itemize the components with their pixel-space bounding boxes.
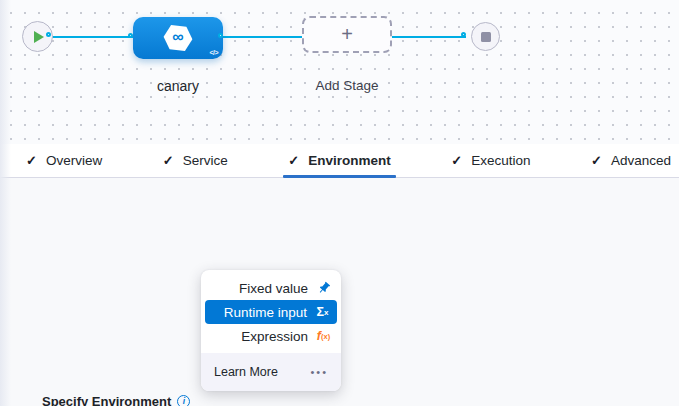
menu-item-label: Fixed value bbox=[239, 281, 308, 296]
menu-item-expression[interactable]: Expression f(x) bbox=[201, 324, 341, 348]
connector-port bbox=[461, 32, 466, 37]
connector-line bbox=[391, 36, 466, 38]
check-icon: ✓ bbox=[591, 153, 602, 168]
info-icon[interactable]: i bbox=[177, 395, 190, 406]
menu-item-label: Runtime input bbox=[224, 305, 307, 320]
add-stage-button[interactable]: + bbox=[302, 16, 392, 53]
pipeline-end-node[interactable] bbox=[471, 22, 500, 51]
add-stage-label: Add Stage bbox=[295, 78, 399, 93]
code-icon: </> bbox=[209, 49, 218, 56]
infinity-icon: ∞ bbox=[172, 29, 183, 45]
dropdown-footer: Learn More ••• bbox=[201, 353, 341, 391]
learn-more-link[interactable]: Learn More bbox=[214, 365, 278, 379]
pipeline-canvas: ∞ </> + canary Add Stage bbox=[0, 0, 679, 144]
check-icon: ✓ bbox=[288, 153, 299, 168]
deployment-hexagon-icon: ∞ bbox=[163, 25, 193, 52]
tab-label: Service bbox=[183, 153, 228, 168]
stage-node-canary[interactable]: ∞ </> bbox=[133, 17, 223, 59]
tab-label: Execution bbox=[471, 153, 530, 168]
tab-advanced[interactable]: ✓ Advanced bbox=[586, 144, 676, 177]
check-icon: ✓ bbox=[451, 153, 462, 168]
specify-environment-label-row: Specify Environment i bbox=[42, 394, 190, 406]
play-icon bbox=[34, 31, 44, 43]
tab-label: Overview bbox=[46, 153, 102, 168]
tab-label: Advanced bbox=[611, 153, 671, 168]
plus-icon: + bbox=[341, 24, 353, 44]
pin-icon bbox=[315, 281, 332, 295]
connector-port bbox=[218, 33, 223, 38]
check-icon: ✓ bbox=[26, 153, 37, 168]
menu-item-label: Expression bbox=[241, 329, 308, 344]
stage-config-tabbar: ✓ Overview ✓ Service ✓ Environment ✓ Exe… bbox=[0, 144, 679, 178]
tab-execution[interactable]: ✓ Execution bbox=[446, 144, 535, 177]
sigma-icon: Σx bbox=[314, 305, 331, 319]
tab-environment[interactable]: ✓ Environment bbox=[283, 144, 395, 177]
fx-icon: f(x) bbox=[315, 329, 332, 343]
stage-name-label: canary bbox=[133, 78, 223, 94]
specify-environment-label: Specify Environment bbox=[42, 394, 171, 406]
tab-overview[interactable]: ✓ Overview bbox=[21, 144, 107, 177]
stop-icon bbox=[481, 32, 491, 42]
page: ∞ </> + canary Add Stage ✓ Overview ✓ Se… bbox=[0, 0, 679, 406]
tab-service[interactable]: ✓ Service bbox=[158, 144, 233, 177]
tab-label: Environment bbox=[308, 153, 391, 168]
connector-line bbox=[51, 36, 133, 38]
connector-port bbox=[46, 32, 51, 37]
input-type-dropdown: Fixed value Runtime input Σx Expression … bbox=[201, 270, 341, 391]
check-icon: ✓ bbox=[163, 153, 174, 168]
connector-port bbox=[128, 33, 133, 38]
menu-item-fixed-value[interactable]: Fixed value bbox=[201, 276, 341, 300]
dropdown-items: Fixed value Runtime input Σx Expression … bbox=[201, 270, 341, 353]
ellipsis-icon[interactable]: ••• bbox=[310, 367, 328, 378]
connector-line bbox=[223, 36, 304, 38]
menu-item-runtime-input[interactable]: Runtime input Σx bbox=[205, 300, 337, 324]
